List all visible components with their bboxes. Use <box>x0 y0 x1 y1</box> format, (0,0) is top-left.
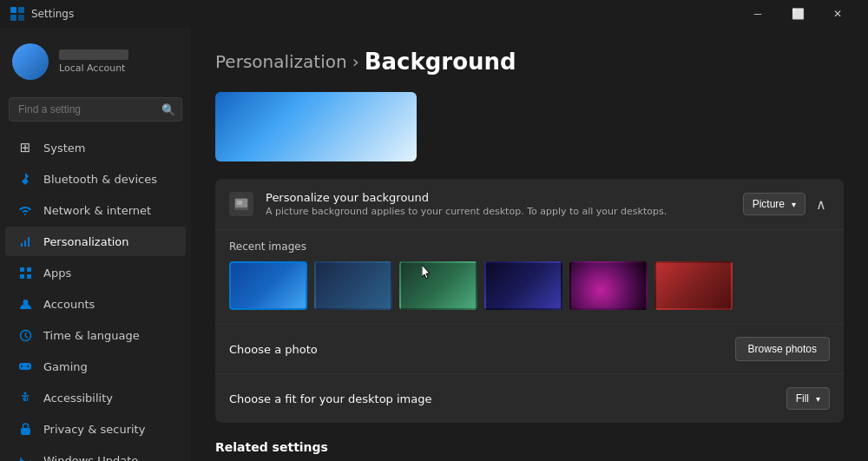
accessibility-icon <box>17 390 33 405</box>
svg-rect-0 <box>10 7 16 13</box>
background-preview <box>215 92 417 161</box>
image-thumb-3[interactable]: Set for all desktops Set for desktop ▶ M… <box>399 261 477 310</box>
svg-rect-6 <box>20 274 24 279</box>
sidebar-item-accessibility[interactable]: Accessibility <box>5 383 186 412</box>
recent-images-label: Recent images <box>229 240 830 253</box>
personalize-subtitle: A picture background applies to your cur… <box>266 206 743 217</box>
image-thumb-6[interactable] <box>654 261 733 310</box>
sidebar-item-personalization[interactable]: Personalization <box>5 227 186 256</box>
apps-icon <box>17 265 33 280</box>
breadcrumb-current: Background <box>365 49 516 75</box>
choose-photo-row: Choose a photo Browse photos <box>215 325 844 374</box>
image-thumb-5[interactable] <box>569 261 648 310</box>
sidebar-item-label: Time & language <box>43 329 140 342</box>
sidebar-item-label: Windows Update <box>43 454 138 462</box>
images-grid: Set for all desktops Set for desktop ▶ M… <box>229 261 830 310</box>
sidebar-item-gaming[interactable]: Gaming <box>5 352 186 381</box>
breadcrumb-separator: › <box>352 51 359 72</box>
network-icon <box>17 202 33 218</box>
breadcrumb: Personalization › Background <box>215 49 844 75</box>
titlebar: Settings ─ ⬜ ✕ <box>0 0 868 28</box>
choose-photo-label: Choose a photo <box>229 343 735 356</box>
sidebar-item-accounts[interactable]: Accounts <box>5 289 186 319</box>
sidebar-item-label: System <box>43 142 85 155</box>
gaming-icon <box>17 359 33 374</box>
browse-photos-button[interactable]: Browse photos <box>735 337 830 361</box>
svg-point-11 <box>24 392 27 395</box>
svg-rect-2 <box>10 15 16 21</box>
sidebar: Local Account 🔍 ⊞ System Bluetooth & dev… <box>0 28 191 461</box>
sidebar-item-label: Bluetooth & devices <box>43 173 157 186</box>
sidebar-item-label: Gaming <box>43 360 88 373</box>
search-icon: 🔍 <box>161 103 175 116</box>
sidebar-item-label: Network & internet <box>43 204 151 217</box>
svg-point-13 <box>24 430 27 432</box>
main-content: Personalization › Background Personalize… <box>191 28 868 461</box>
avatar <box>12 43 49 80</box>
choose-fit-label: Choose a fit for your desktop image <box>229 392 786 405</box>
sidebar-item-privacy[interactable]: Privacy & security <box>5 414 186 444</box>
sidebar-item-bluetooth[interactable]: Bluetooth & devices <box>5 164 186 194</box>
personalize-row: Personalize your background A picture ba… <box>215 179 844 230</box>
sidebar-item-network[interactable]: Network & internet <box>5 195 186 225</box>
image-thumb-2[interactable] <box>314 261 392 310</box>
app-layout: Local Account 🔍 ⊞ System Bluetooth & dev… <box>0 28 868 461</box>
svg-rect-1 <box>18 7 24 13</box>
minimize-button[interactable]: ─ <box>738 0 778 28</box>
user-section: Local Account <box>0 35 191 94</box>
system-icon: ⊞ <box>17 140 33 155</box>
sidebar-item-system[interactable]: ⊞ System <box>5 133 186 162</box>
titlebar-controls: ─ ⬜ ✕ <box>738 0 858 28</box>
sidebar-item-label: Accessibility <box>43 392 113 405</box>
accounts-icon <box>17 296 33 312</box>
personalize-section: Personalize your background A picture ba… <box>215 179 844 423</box>
breadcrumb-parent[interactable]: Personalization <box>215 51 347 72</box>
window-title: Settings <box>31 8 74 20</box>
account-type: Local Account <box>59 63 128 74</box>
sidebar-item-label: Personalization <box>43 235 129 248</box>
choose-fit-row: Choose a fit for your desktop image Fill… <box>215 374 844 423</box>
sidebar-item-label: Accounts <box>43 298 95 311</box>
background-icon <box>229 192 253 216</box>
svg-rect-7 <box>27 274 31 279</box>
app-icon <box>10 7 24 21</box>
username <box>59 49 128 60</box>
related-settings-title: Related settings <box>215 440 844 454</box>
sidebar-item-label: Privacy & security <box>43 423 145 436</box>
bluetooth-icon <box>17 171 33 187</box>
sidebar-item-update[interactable]: Windows Update <box>5 445 186 461</box>
collapse-button[interactable]: ∧ <box>812 193 830 216</box>
personalization-icon <box>17 234 33 249</box>
close-button[interactable]: ✕ <box>818 0 858 28</box>
svg-rect-3 <box>18 15 24 21</box>
background-type-dropdown[interactable]: Picture ▾ <box>743 193 806 215</box>
svg-rect-16 <box>237 201 242 205</box>
time-icon <box>17 327 33 343</box>
recent-images-row: Recent images Set for all desktops <box>215 230 844 325</box>
sidebar-item-time[interactable]: Time & language <box>5 320 186 350</box>
image-thumb-1[interactable] <box>229 261 307 310</box>
chevron-down-icon: ▾ <box>816 394 820 404</box>
search-box: 🔍 <box>9 97 182 122</box>
personalize-title: Personalize your background <box>266 191 743 204</box>
svg-rect-5 <box>27 267 31 272</box>
image-thumb-4[interactable] <box>484 261 562 310</box>
search-input[interactable] <box>9 97 182 122</box>
privacy-icon <box>17 421 33 437</box>
maximize-button[interactable]: ⬜ <box>778 0 818 28</box>
sidebar-item-apps[interactable]: Apps <box>5 258 186 287</box>
chevron-down-icon: ▾ <box>792 200 796 209</box>
update-icon <box>17 452 33 461</box>
svg-rect-4 <box>20 267 24 272</box>
fit-dropdown[interactable]: Fill ▾ <box>786 387 830 410</box>
sidebar-item-label: Apps <box>43 267 71 280</box>
